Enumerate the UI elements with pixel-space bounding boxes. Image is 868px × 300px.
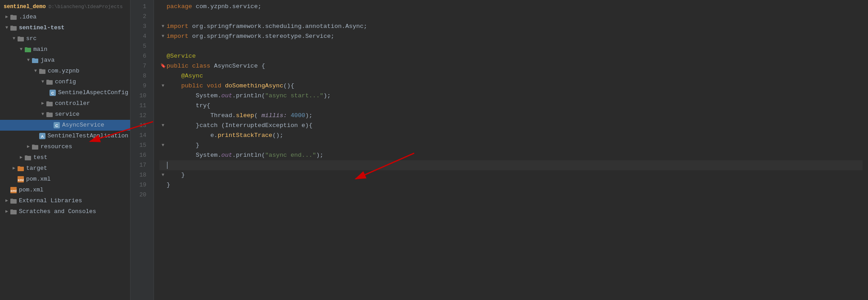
sidebar-item-resources[interactable]: ▶resources (0, 141, 130, 152)
sidebar-item-src[interactable]: ▼src (0, 33, 130, 44)
tree-icon-folder-src (17, 35, 24, 42)
tree-icon-java-class: C (53, 122, 60, 129)
tree-icon-folder-open (10, 24, 17, 32)
sidebar-item-label: service (55, 110, 80, 119)
tree-arrow: ▶ (40, 99, 46, 108)
token: ); (323, 91, 330, 101)
token: ; (331, 32, 335, 41)
sidebar-item-label: pom.xml (26, 175, 51, 184)
sidebar-item-sentinel-test[interactable]: ▼sentinel-test (0, 23, 130, 33)
svg-rect-13 (46, 80, 49, 81)
line-number: 7 (131, 61, 150, 71)
token (167, 81, 181, 91)
tree-arrow: ▶ (4, 196, 10, 205)
token: InterruptedException (225, 121, 298, 131)
token: org.springframework.scheduling.annotatio… (192, 22, 345, 32)
sidebar-item-SentinelTestApplication[interactable]: ASentinelTestApplication (0, 131, 130, 141)
tree-icon-folder-open (46, 78, 53, 86)
code-line: @Async (159, 71, 863, 81)
tree-arrow: ▼ (40, 110, 46, 119)
tree-icon-folder-java (32, 57, 39, 64)
svg-text:xml: xml (10, 189, 17, 193)
sidebar-item-service[interactable]: ▼service (0, 109, 130, 120)
tree-arrow: ▶ (11, 164, 17, 173)
svg-rect-1 (10, 15, 13, 16)
project-name: sentinel_demo (4, 4, 46, 10)
sidebar-item-pom-sentinel[interactable]: xmlpom.xml (0, 174, 130, 185)
svg-rect-7 (25, 47, 27, 49)
token: out (222, 91, 232, 101)
sidebar-item-AsyncService[interactable]: CAsyncService (0, 120, 130, 131)
token: import (167, 22, 192, 32)
gutter-arrow-icon: ▼ (159, 121, 167, 131)
sidebar-item-label: java (41, 56, 54, 65)
sidebar-item-target[interactable]: ▶target (0, 163, 130, 174)
token: class (192, 61, 214, 71)
token: .println( (232, 91, 265, 101)
code-line (159, 190, 863, 200)
line-number: 8 (131, 71, 150, 81)
token: } (167, 141, 199, 150)
gutter-arrow-icon: ▼ (159, 32, 167, 41)
token: out (222, 150, 232, 160)
svg-rect-29 (18, 166, 20, 168)
tree-icon-xml: xml (17, 176, 24, 183)
tree-icon-folder (10, 197, 17, 205)
line-number: 17 (131, 160, 150, 170)
tree-arrow: ▼ (32, 67, 39, 76)
gutter-arrow-icon: ▼ (159, 141, 167, 150)
tree-icon-folder (10, 14, 17, 21)
tree-arrow: ▼ (4, 23, 10, 32)
svg-text:xml: xml (18, 178, 24, 182)
line-number: 19 (131, 180, 150, 190)
sidebar-item-scratches[interactable]: ▶Scratches and Consoles (0, 206, 130, 217)
tree-icon-folder (10, 208, 17, 215)
token: System. (167, 91, 222, 101)
sidebar-item-test[interactable]: ▶test (0, 152, 130, 163)
svg-rect-3 (10, 26, 13, 27)
token: millis: (262, 111, 287, 121)
sidebar-item-label: .idea (19, 13, 36, 22)
sidebar-item-controller[interactable]: ▶controller (0, 98, 130, 109)
sidebar-item-main[interactable]: ▼main (0, 44, 130, 55)
tree-icon-folder-open (46, 111, 53, 118)
code-line: System.out.println("async start..."); (159, 91, 863, 101)
sidebar-item-config[interactable]: ▼config (0, 77, 130, 87)
line-number: 3 (131, 22, 150, 32)
sidebar-item-label: test (33, 153, 47, 162)
sidebar-item-external[interactable]: ▶External Libraries (0, 195, 130, 206)
line-number: 20 (131, 190, 150, 200)
gutter-arrow-icon: ▼ (159, 81, 167, 91)
line-number: 2 (131, 12, 150, 22)
code-line: System.out.println("async end..."); (159, 150, 863, 160)
token: e. (167, 131, 217, 141)
tree-arrow: ▶ (4, 207, 10, 216)
token: e){ (298, 121, 312, 131)
token: }catch ( (167, 121, 225, 131)
code-content[interactable]: package com.yzpnb.service;▼import org.sp… (154, 0, 868, 300)
sidebar-item-SentinelAspectConfig[interactable]: CSentinelAspectConfig (0, 87, 130, 98)
sidebar-item-pom-root[interactable]: xmlpom.xml (0, 185, 130, 195)
line-number: 10 (131, 91, 150, 101)
token: { (258, 61, 265, 71)
code-line: @Service (159, 51, 863, 61)
tree-arrow: ▶ (18, 153, 24, 162)
sidebar-item-com.yzpnb[interactable]: ▼com.yzpnb (0, 66, 130, 77)
token: try{ (167, 101, 210, 111)
token: ( (254, 111, 261, 121)
code-area: 1234567891011121314151617181920 package … (131, 0, 868, 300)
token: AsyncService (214, 61, 258, 71)
tree-icon-java-class: C (49, 89, 56, 96)
code-editor: 1234567891011121314151617181920 package … (131, 0, 868, 300)
tree-icon-folder (46, 100, 53, 107)
tree-icon-java-app: A (39, 132, 46, 140)
svg-text:A: A (41, 134, 44, 139)
sidebar-item-label: pom.xml (19, 186, 44, 195)
sidebar-item-java[interactable]: ▼java (0, 55, 130, 66)
tree-icon-folder-open (39, 68, 46, 75)
sidebar-item-idea[interactable]: ▶.idea (0, 12, 130, 23)
code-line: 🔖public class AsyncService { (159, 61, 863, 71)
line-number: 11 (131, 101, 150, 111)
line-number: 15 (131, 141, 150, 150)
line-number: 13 (131, 121, 150, 131)
